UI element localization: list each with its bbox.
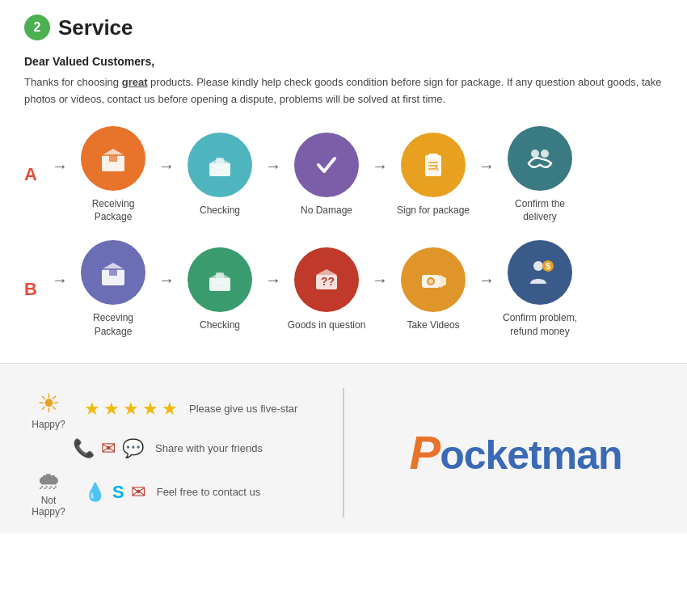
- circle-b4: [401, 247, 466, 312]
- star-icons: ★ ★ ★ ★ ★: [84, 399, 178, 420]
- circle-b1: [81, 240, 145, 305]
- flow-step-a1: Receiving Package: [73, 126, 154, 225]
- circle-a5: [508, 126, 572, 191]
- star-icon: ★: [162, 399, 178, 420]
- svg-rect-2: [109, 155, 117, 162]
- arrow: →: [52, 271, 68, 307]
- label-b2: Checking: [200, 319, 240, 332]
- flow-label-b: B: [24, 279, 42, 300]
- label-a4: Sign for package: [397, 204, 470, 217]
- not-happy-icon-col: 🌧 Not Happy?: [24, 467, 73, 517]
- circle-a2: [188, 133, 252, 197]
- svg-rect-16: [109, 269, 117, 276]
- arrow: →: [265, 271, 281, 307]
- svg-point-28: [533, 261, 543, 271]
- not-happy-label: Not Happy?: [24, 495, 73, 517]
- arrow: →: [265, 157, 281, 193]
- svg-point-13: [541, 150, 549, 158]
- desc-before: Thanks for choosing: [24, 76, 122, 88]
- svg-marker-22: [316, 269, 337, 275]
- svg-marker-15: [102, 263, 124, 269]
- phone-icon: 📞: [73, 438, 95, 459]
- label-a5: Confirm the delivery: [499, 197, 580, 225]
- arrow: →: [478, 157, 495, 193]
- flow-step-b1: Receving Package: [73, 240, 154, 339]
- share-icons: 📞 ✉ 💬: [73, 438, 144, 459]
- arrow: →: [158, 157, 175, 193]
- water-drop-icon: 💧: [84, 482, 106, 503]
- circle-a1: [81, 126, 145, 191]
- label-b3: Goods in question: [288, 319, 366, 332]
- contact-text: Feel free to contact us: [157, 486, 261, 498]
- cloud-rain-icon: 🌧: [36, 467, 61, 495]
- brand-name-rest: ocketman: [440, 432, 622, 478]
- flow-step-a3: No Damage: [286, 133, 367, 217]
- service-description: Thanks for choosing great products. Plea…: [24, 74, 663, 108]
- circle-b5: $: [508, 240, 572, 305]
- arrow: →: [372, 271, 388, 307]
- sun-icon: ☀: [37, 388, 61, 419]
- circle-b2: [188, 247, 252, 312]
- svg-point-27: [428, 279, 433, 284]
- email-icon: ✉: [101, 438, 116, 459]
- top-section: 2 Service Dear Valued Customers, Thanks …: [0, 0, 687, 364]
- service-badge: 2: [24, 15, 50, 40]
- brand-logo-area: Pocketman: [344, 388, 663, 517]
- label-b1: Receving Package: [73, 311, 154, 339]
- svg-marker-1: [102, 149, 124, 155]
- flow-label-a: A: [24, 164, 42, 185]
- happy-icon-col: ☀ Happy?: [24, 388, 73, 430]
- svg-text:??: ??: [321, 275, 335, 288]
- svg-rect-8: [428, 154, 438, 158]
- contact-icons: 💧 S ✉: [84, 482, 145, 503]
- flow-row-a: A → Receiving Package →: [24, 126, 663, 225]
- flow-step-b3: ?? Goods in question: [286, 247, 367, 332]
- flow-step-a2: Checking: [179, 133, 260, 217]
- arrow: →: [478, 271, 495, 307]
- service-header: 2 Service: [24, 15, 663, 40]
- svg-rect-20: [216, 272, 224, 278]
- flow-step-b2: Checking: [179, 247, 260, 332]
- flow-step-a5: Confirm the delivery: [499, 126, 580, 225]
- star-icon: ★: [123, 399, 139, 420]
- label-b5: Confirm problem, refund money: [503, 311, 577, 339]
- svg-text:$: $: [546, 261, 550, 271]
- happy-label: Happy?: [32, 419, 65, 430]
- arrow: →: [158, 271, 175, 307]
- skype-icon: S: [112, 482, 124, 503]
- label-b4: Take Videos: [407, 319, 459, 332]
- p-letter-icon: P: [409, 426, 440, 479]
- feedback-area: ☀ Happy? ★ ★ ★ ★ ★ Please give us five-s…: [24, 388, 344, 517]
- circle-a3: [294, 133, 359, 197]
- service-title: Service: [58, 15, 133, 40]
- desc-bold: great: [122, 76, 148, 88]
- star-icon: ★: [84, 399, 100, 420]
- star-icon: ★: [142, 399, 158, 420]
- pocketman-logo: Pocketman: [409, 425, 622, 479]
- greeting: Dear Valued Customers,: [24, 55, 663, 68]
- mail-icon: ✉: [131, 482, 145, 503]
- bottom-section: ☀ Happy? ★ ★ ★ ★ ★ Please give us five-s…: [0, 364, 687, 534]
- arrow: →: [52, 157, 68, 193]
- label-a3: No Damage: [301, 204, 352, 217]
- circle-a4: [401, 133, 466, 197]
- flow-row-b: B → Receving Package →: [24, 240, 663, 339]
- svg-point-12: [531, 150, 539, 158]
- flow-step-b5: $ Confirm problem, refund money: [499, 240, 580, 339]
- arrow: →: [372, 157, 388, 193]
- svg-rect-6: [216, 158, 224, 163]
- circle-b3: ??: [294, 247, 359, 312]
- flow-step-a4: Sign for package: [393, 133, 474, 217]
- chat-icon: 💬: [122, 438, 144, 459]
- svg-marker-25: [440, 275, 446, 288]
- star-icon: ★: [103, 399, 120, 420]
- label-a1: Receiving Package: [73, 197, 154, 225]
- flow-step-b4: Take Videos: [393, 247, 474, 332]
- five-star-text: Please give us five-star: [189, 403, 297, 415]
- label-a2: Checking: [200, 204, 240, 217]
- share-text: Share with your friends: [155, 442, 263, 454]
